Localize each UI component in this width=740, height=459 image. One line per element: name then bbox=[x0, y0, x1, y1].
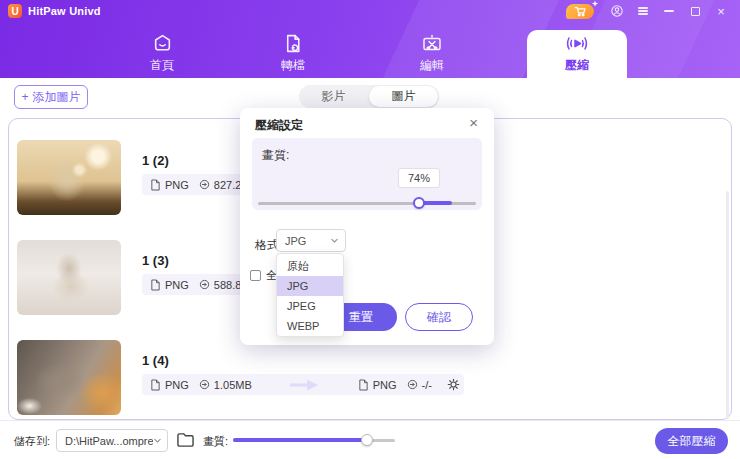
file-thumbnail bbox=[17, 340, 121, 415]
quality-panel: 畫質: 74% bbox=[252, 138, 482, 210]
file-format: PNG bbox=[165, 179, 189, 191]
chevron-down-icon bbox=[330, 236, 339, 245]
file-format: PNG bbox=[165, 379, 189, 391]
app-logo-icon: U bbox=[8, 4, 22, 18]
compress-icon bbox=[565, 30, 589, 54]
save-path-select[interactable]: D:\HitPaw...ompressor bbox=[56, 429, 168, 452]
add-images-button[interactable]: + 添加圖片 bbox=[14, 85, 88, 109]
file-icon bbox=[150, 379, 161, 391]
account-icon[interactable] bbox=[604, 0, 630, 22]
app-window: U HitPaw Univd × bbox=[0, 0, 740, 459]
file-thumbnail bbox=[17, 140, 121, 215]
edit-icon bbox=[421, 30, 443, 54]
dropdown-option-webp[interactable]: WEBP bbox=[277, 316, 343, 336]
dropdown-option-original[interactable]: 原始 bbox=[277, 256, 343, 276]
file-info-strip: PNG 1.05MB PNG -/- bbox=[142, 374, 464, 395]
output-size: -/- bbox=[422, 379, 432, 391]
tab-home-label: 首頁 bbox=[150, 57, 174, 74]
confirm-button[interactable]: 確認 bbox=[405, 303, 473, 331]
format-select[interactable]: JPG bbox=[276, 229, 346, 252]
gear-icon bbox=[446, 377, 461, 392]
close-button[interactable]: × bbox=[708, 0, 734, 22]
slider-thumb[interactable] bbox=[361, 434, 373, 446]
titlebar: U HitPaw Univd × bbox=[0, 0, 740, 22]
menu-icon[interactable] bbox=[630, 0, 656, 22]
row-settings-button[interactable] bbox=[446, 377, 461, 392]
size-icon bbox=[407, 379, 418, 390]
file-name: 1 (2) bbox=[142, 153, 169, 168]
tab-convert-label: 轉檔 bbox=[281, 57, 305, 74]
dialog-close-icon[interactable]: × bbox=[465, 112, 482, 133]
dialog-title: 壓縮設定 bbox=[255, 117, 303, 134]
quality-label: 畫質: bbox=[262, 147, 289, 164]
sparkle-icon bbox=[591, 0, 599, 8]
slider-fill bbox=[233, 438, 367, 442]
plus-icon: + bbox=[21, 90, 28, 104]
file-name: 1 (4) bbox=[142, 353, 169, 368]
compress-all-button[interactable]: 全部壓縮 bbox=[655, 428, 728, 454]
save-path-value: D:\HitPaw...ompressor bbox=[65, 435, 153, 447]
bottom-bar: 儲存到: D:\HitPaw...ompressor 畫質: 全部壓縮 bbox=[0, 420, 740, 459]
file-row-3[interactable]: 1 (4) PNG 1.05MB PNG bbox=[9, 340, 733, 430]
apply-all-checkbox[interactable] bbox=[250, 270, 261, 281]
nav-tabs: 首頁 轉檔 編輯 bbox=[0, 22, 740, 78]
tab-edit[interactable]: 編輯 bbox=[400, 30, 464, 78]
chevron-down-icon bbox=[153, 436, 162, 445]
tab-compress[interactable]: 壓縮 bbox=[545, 30, 609, 78]
format-selected-value: JPG bbox=[285, 235, 330, 247]
format-dropdown: 原始 JPG JPEG WEBP bbox=[276, 253, 344, 337]
home-icon bbox=[152, 30, 173, 54]
tab-convert[interactable]: 轉檔 bbox=[261, 30, 325, 78]
file-name: 1 (3) bbox=[142, 253, 169, 268]
dropdown-option-jpg[interactable]: JPG bbox=[277, 276, 343, 296]
convert-icon bbox=[283, 30, 304, 54]
file-format: PNG bbox=[165, 279, 189, 291]
bottom-quality-slider[interactable] bbox=[233, 433, 395, 447]
add-images-label: 添加圖片 bbox=[33, 89, 81, 106]
bottom-quality-label: 畫質: bbox=[203, 434, 228, 449]
tab-edit-label: 編輯 bbox=[420, 57, 444, 74]
app-title: HitPaw Univd bbox=[28, 5, 101, 17]
save-to-label: 儲存到: bbox=[14, 434, 50, 449]
toggle-video-option[interactable]: 影片 bbox=[299, 85, 368, 108]
maximize-button[interactable] bbox=[682, 0, 708, 22]
tab-home[interactable]: 首頁 bbox=[130, 30, 194, 78]
slider-thumb[interactable] bbox=[413, 197, 425, 209]
open-folder-button[interactable] bbox=[176, 431, 195, 452]
minimize-button[interactable] bbox=[656, 0, 682, 22]
file-icon bbox=[358, 379, 369, 391]
tab-compress-label: 壓縮 bbox=[565, 57, 589, 74]
file-size: 1.05MB bbox=[214, 379, 252, 391]
toggle-image-option[interactable]: 圖片 bbox=[369, 86, 438, 107]
dropdown-option-jpeg[interactable]: JPEG bbox=[277, 296, 343, 316]
compression-settings-dialog: 壓縮設定 × 畫質: 74% 格式: JPG 全部 重置 確認 原始 JPG J… bbox=[240, 108, 494, 345]
size-icon bbox=[199, 179, 210, 190]
quality-slider[interactable] bbox=[258, 197, 476, 209]
store-cart-icon[interactable] bbox=[566, 4, 594, 19]
media-type-toggle: 影片 圖片 bbox=[299, 85, 439, 108]
file-icon bbox=[150, 179, 161, 191]
size-icon bbox=[199, 379, 210, 390]
convert-arrow-icon bbox=[290, 378, 320, 392]
file-thumbnail bbox=[17, 240, 121, 315]
quality-value-box: 74% bbox=[398, 168, 440, 188]
folder-icon bbox=[176, 431, 195, 448]
file-icon bbox=[150, 279, 161, 291]
output-format: PNG bbox=[373, 379, 397, 391]
size-icon bbox=[199, 279, 210, 290]
